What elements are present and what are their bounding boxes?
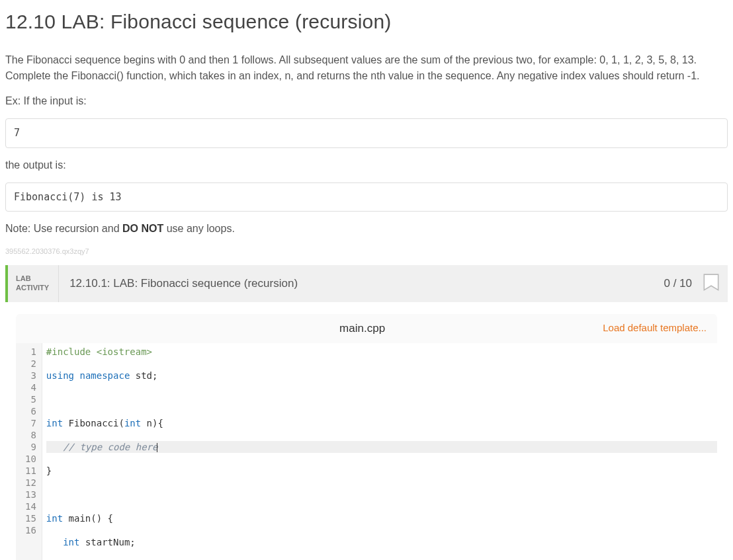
code-line[interactable]: int Fibonacci(int n){ <box>46 417 717 429</box>
line-number: 4 <box>25 381 36 393</box>
editor-filename: main.cpp <box>122 320 603 337</box>
line-number: 7 <box>25 417 36 429</box>
lab-description: The Fibonacci sequence begins with 0 and… <box>5 52 728 84</box>
line-number: 12 <box>25 477 36 489</box>
example-output-intro: the output is: <box>5 157 728 173</box>
editor-header: main.cpp Load default template... <box>16 314 717 343</box>
note-prefix: Note: Use recursion and <box>5 223 122 234</box>
lab-score: 0 / 10 <box>664 265 699 302</box>
code-line[interactable]: } <box>46 465 717 477</box>
code-line[interactable]: int startNum; <box>46 536 717 548</box>
document-id: 395562.2030376.qx3zqy7 <box>5 246 728 257</box>
lab-badge-line1: LAB <box>16 274 49 284</box>
line-number: 15 <box>25 512 36 524</box>
note-text: Note: Use recursion and DO NOT use any l… <box>5 221 728 237</box>
line-number: 6 <box>25 405 36 417</box>
line-number: 13 <box>25 489 36 500</box>
line-number: 10 <box>25 453 36 465</box>
code-content[interactable]: #include <iostream> using namespace std;… <box>42 343 717 561</box>
example-input-box: 7 <box>5 118 728 148</box>
code-line[interactable] <box>46 393 717 405</box>
code-line[interactable]: int main() { <box>46 512 717 524</box>
example-output-box: Fibonacci(7) is 13 <box>5 182 728 212</box>
line-number: 3 <box>25 370 36 381</box>
code-line[interactable] <box>46 489 717 500</box>
code-editor: main.cpp Load default template... 123456… <box>5 302 728 561</box>
load-template-link[interactable]: Load default template... <box>603 321 717 336</box>
line-number: 14 <box>25 500 36 512</box>
page-title: 12.10 LAB: Fibonacci sequence (recursion… <box>5 7 728 36</box>
example-input-intro: Ex: If the input is: <box>5 93 728 109</box>
lab-badge-line2: ACTIVITY <box>16 284 49 293</box>
line-number: 11 <box>25 465 36 477</box>
lab-activity-bar: LAB ACTIVITY 12.10.1: LAB: Fibonacci seq… <box>5 265 728 302</box>
line-number-gutter: 12345678910111213141516 <box>16 343 42 561</box>
code-line[interactable]: using namespace std; <box>46 370 717 381</box>
code-line[interactable]: // type code here <box>46 441 717 453</box>
note-suffix: use any loops. <box>163 223 235 234</box>
line-number: 8 <box>25 429 36 441</box>
note-strong: DO NOT <box>122 223 163 234</box>
code-line[interactable]: #include <iostream> <box>46 346 717 358</box>
line-number: 1 <box>25 346 36 358</box>
line-number: 16 <box>25 524 36 536</box>
line-number: 9 <box>25 441 36 453</box>
line-number: 5 <box>25 393 36 405</box>
line-number: 2 <box>25 358 36 370</box>
text-cursor <box>157 443 157 452</box>
lab-activity-title: 12.10.1: LAB: Fibonacci sequence (recurs… <box>59 265 664 302</box>
bookmark-icon[interactable] <box>703 273 720 294</box>
lab-activity-badge: LAB ACTIVITY <box>8 265 59 302</box>
code-area[interactable]: 12345678910111213141516 #include <iostre… <box>16 343 717 561</box>
